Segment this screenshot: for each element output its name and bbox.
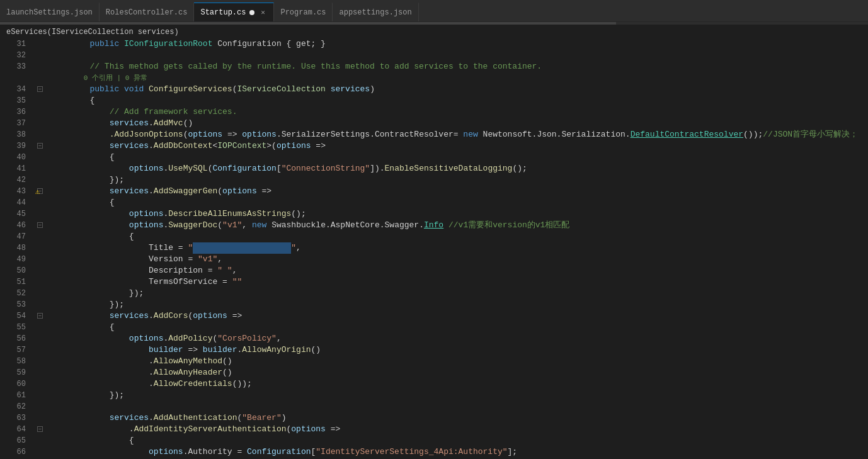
code-content[interactable]: public IConfigurationRoot Configuration …: [47, 38, 862, 459]
tab-appsettings[interactable]: appsettings.json: [333, 3, 418, 21]
code-line: {: [50, 322, 862, 333]
warning-icon: ⚠: [35, 187, 40, 196]
line-number: 53: [0, 299, 30, 310]
code-line: [50, 50, 862, 61]
vertical-scrollbar[interactable]: [862, 38, 868, 459]
tab-label: Program.cs: [280, 8, 326, 17]
code-line: {: [50, 231, 862, 242]
code-line: TermsOfService = "": [50, 276, 862, 288]
editor-container: 3132333435363738394041424344454647484950…: [0, 38, 868, 459]
tab-rolesController[interactable]: RolesController.cs: [100, 3, 195, 21]
line-number: [0, 72, 30, 84]
line-number: 51: [0, 276, 30, 288]
line-number: 57: [0, 344, 30, 356]
code-line: public IConfigurationRoot Configuration …: [50, 38, 862, 50]
line-number: 60: [0, 378, 30, 390]
code-line: .AddJsonOptions(options => options.Seria…: [50, 129, 862, 140]
breadcrumb: eServices(IServiceCollection services): [0, 26, 868, 38]
code-line: options.Authority = Configuration["Ident…: [50, 446, 862, 458]
code-line: });: [50, 390, 862, 401]
line-number: 32: [0, 50, 30, 61]
line-number: 43: [0, 186, 30, 197]
tab-program[interactable]: Program.cs: [274, 3, 333, 21]
line-number: 37: [0, 118, 30, 129]
line-number: 35: [0, 95, 30, 106]
fold-button[interactable]: −: [37, 86, 43, 92]
line-number: 40: [0, 152, 30, 163]
code-line: .AllowCredentials());: [50, 378, 862, 390]
line-number: 55: [0, 322, 30, 333]
fold-button[interactable]: −: [37, 143, 43, 149]
code-line: .AllowAnyMethod(): [50, 356, 862, 367]
line-number: 46: [0, 220, 30, 231]
line-number: 34: [0, 84, 30, 95]
code-line: // Add framework services.: [50, 106, 862, 118]
line-number: 44: [0, 197, 30, 208]
line-number: 62: [0, 401, 30, 412]
code-line: .AddIdentityServerAuthentication(options…: [50, 424, 862, 435]
code-line: public void ConfigureServices(IServiceCo…: [50, 84, 862, 95]
code-line: services.AddMvc(): [50, 118, 862, 129]
tab-startup[interactable]: Startup.cs ✕: [194, 3, 274, 21]
code-line: });: [50, 288, 862, 299]
code-line: });: [50, 299, 862, 310]
tab-label: appsettings.json: [339, 8, 411, 17]
tab-label: Startup.cs: [200, 8, 246, 17]
line-number: 33: [0, 61, 30, 72]
code-line: {: [50, 435, 862, 446]
line-number: 66: [0, 446, 30, 458]
line-number: 31: [0, 38, 30, 50]
scrollbar-track[interactable]: [0, 22, 868, 25]
code-line: services.AddSwaggerGen(options =>: [50, 186, 862, 197]
line-number: 36: [0, 106, 30, 118]
line-number: 48: [0, 242, 30, 254]
fold-button[interactable]: −: [37, 426, 43, 432]
code-line: Description = " ",: [50, 265, 862, 276]
code-line: options.DescribeAllEnumsAsStrings();: [50, 208, 862, 220]
code-line: // This method gets called by the runtim…: [50, 61, 862, 72]
code-line: Title = " ",: [50, 242, 862, 254]
code-line: builder => builder.AllowAnyOrigin(): [50, 344, 862, 356]
tab-label: RolesController.cs: [106, 8, 188, 17]
fold-button[interactable]: −: [37, 222, 43, 228]
code-line: Version = "v1",: [50, 254, 862, 265]
line-number: 39: [0, 140, 30, 152]
modified-indicator: [249, 10, 254, 15]
line-number: 54: [0, 310, 30, 322]
line-number: 65: [0, 435, 30, 446]
code-line: {: [50, 95, 862, 106]
code-line: options.UseMySQL(Configuration["Connecti…: [50, 163, 862, 174]
tab-launchSettings[interactable]: launchSettings.json: [0, 3, 100, 21]
line-number: 42: [0, 174, 30, 186]
code-line: {: [50, 152, 862, 163]
code-line: [50, 401, 862, 412]
code-line: options.SwaggerDoc("v1", new Swashbuckle…: [50, 220, 862, 231]
line-number: 64: [0, 424, 30, 435]
code-line: services.AddDbContext<IOPContext>(option…: [50, 140, 862, 152]
line-numbers: 3132333435363738394041424344454647484950…: [0, 38, 35, 459]
line-number: 63: [0, 412, 30, 424]
code-line: services.AddAuthentication("Bearer"): [50, 412, 862, 424]
scrollbar-thumb[interactable]: [0, 22, 616, 25]
fold-button[interactable]: −: [37, 313, 43, 319]
line-number: 58: [0, 356, 30, 367]
code-line: });: [50, 174, 862, 186]
line-number: 50: [0, 265, 30, 276]
breadcrumb-text: eServices(IServiceCollection services): [6, 28, 179, 37]
line-number: 41: [0, 163, 30, 174]
tab-bar: launchSettings.json RolesController.cs S…: [0, 0, 868, 22]
line-number: 61: [0, 390, 30, 401]
code-line: {: [50, 197, 862, 208]
code-line: 0 个引用 | 0 异常: [50, 72, 862, 84]
code-line: .AllowAnyHeader(): [50, 367, 862, 378]
line-number: 38: [0, 129, 30, 140]
line-number: 52: [0, 288, 30, 299]
line-number: 59: [0, 367, 30, 378]
code-line: options.AddPolicy("CorsPolicy",: [50, 333, 862, 344]
line-number: 45: [0, 208, 30, 220]
tab-label: launchSettings.json: [6, 8, 93, 17]
line-number: 56: [0, 333, 30, 344]
close-tab-button[interactable]: ✕: [258, 8, 267, 17]
line-number: 47: [0, 231, 30, 242]
line-number: 49: [0, 254, 30, 265]
